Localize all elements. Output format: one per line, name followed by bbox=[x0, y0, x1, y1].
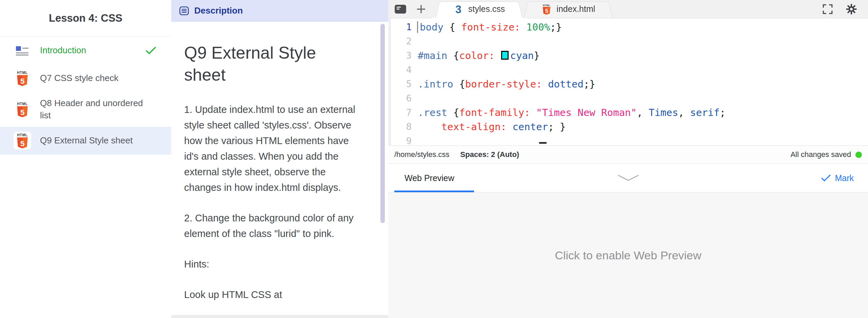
file-path: /home/styles.css bbox=[394, 150, 450, 159]
description-scrollbar[interactable] bbox=[380, 24, 385, 223]
description-header-label: Description bbox=[194, 5, 243, 16]
web-preview-bar: Web Preview Mark bbox=[388, 164, 868, 193]
svg-text:HTML: HTML bbox=[17, 133, 27, 137]
html5-badge-icon: HTML5 bbox=[14, 101, 31, 118]
lesson-sidebar: Lesson 4: CSS IntroductionHTML5Q7 CSS st… bbox=[0, 0, 171, 318]
tab-index-html[interactable]: HTML5index.html bbox=[529, 0, 608, 18]
svg-text:HTML: HTML bbox=[543, 3, 550, 6]
svg-text:3: 3 bbox=[455, 3, 461, 15]
sidebar-item-q7-css-style-check[interactable]: HTML5Q7 CSS style check bbox=[0, 64, 171, 92]
code-editor[interactable]: 1body { font-size: 100%;}23#main {color:… bbox=[390, 18, 868, 146]
lesson-item-list: IntroductionHTML5Q7 CSS style checkHTML5… bbox=[0, 37, 171, 155]
editor-hscrollbar-thumb[interactable] bbox=[539, 142, 547, 144]
line-number: 1 bbox=[391, 20, 418, 34]
code-line[interactable]: 7.rest {font-family: "Times New Roman", … bbox=[391, 105, 868, 120]
line-number: 2 bbox=[391, 34, 418, 48]
tab-label: index.html bbox=[556, 4, 595, 14]
svg-text:5: 5 bbox=[20, 77, 25, 85]
sidebar-item-label: Q8 Header and unordered list bbox=[40, 97, 156, 122]
tab-label: styles.css bbox=[468, 4, 505, 14]
line-number: 6 bbox=[391, 91, 418, 105]
editor-panel: 3styles.cssHTML5index.html bbox=[388, 0, 868, 318]
sidebar-item-q9-external-style-sheet[interactable]: HTML5Q9 External Style sheet bbox=[0, 127, 171, 155]
web-preview-label: Web Preview bbox=[405, 173, 454, 183]
svg-text:5: 5 bbox=[20, 139, 25, 147]
code-line[interactable]: 3#main {color: cyan} bbox=[391, 48, 868, 63]
sidebar-item-label: Q9 External Style sheet bbox=[40, 135, 135, 147]
text-cursor bbox=[417, 21, 418, 33]
code-line[interactable]: 9 bbox=[391, 134, 868, 146]
code-lines: 1body { font-size: 100%;}23#main {color:… bbox=[391, 20, 868, 146]
indentation-setting[interactable]: Spaces: 2 (Auto) bbox=[460, 150, 519, 159]
line-number: 9 bbox=[391, 134, 418, 146]
html5-badge-icon: HTML5 bbox=[14, 132, 31, 150]
lesson-title: Lesson 4: CSS bbox=[49, 12, 122, 24]
html5-badge-icon: HTML5 bbox=[14, 69, 31, 87]
html5-badge-icon: HTML5 bbox=[541, 3, 552, 15]
description-header: Description bbox=[171, 0, 388, 22]
tab-styles-css[interactable]: 3styles.css bbox=[440, 0, 518, 18]
line-number: 8 bbox=[391, 120, 418, 134]
sidebar-header: Lesson 4: CSS bbox=[0, 0, 171, 37]
code-text: text-align: center; } bbox=[418, 120, 566, 134]
code-text: .intro {border-style: dotted;} bbox=[418, 77, 595, 91]
article-icon bbox=[14, 42, 31, 59]
description-paragraph: 2. Change the background color of any el… bbox=[184, 210, 360, 241]
mark-button-label: Mark bbox=[835, 173, 854, 183]
fullscreen-icon[interactable] bbox=[823, 4, 833, 14]
code-line[interactable]: 5.intro {border-style: dotted;} bbox=[391, 77, 868, 91]
web-preview-placeholder: Click to enable Web Preview bbox=[555, 249, 701, 262]
sidebar-item-introduction[interactable]: Introduction bbox=[0, 37, 171, 64]
code-text: #main {color: cyan} bbox=[418, 48, 540, 63]
editor-tabbar: 3styles.cssHTML5index.html bbox=[388, 0, 868, 18]
new-file-icon[interactable] bbox=[416, 4, 426, 14]
files-panel-icon[interactable] bbox=[394, 4, 407, 14]
sidebar-item-label: Q7 CSS style check bbox=[40, 72, 121, 84]
task-instructions: 1. Update index.html to use an external … bbox=[184, 102, 360, 302]
description-paragraph: 1. Update index.html to use an external … bbox=[184, 102, 360, 195]
tab-web-preview[interactable]: Web Preview bbox=[388, 164, 471, 192]
task-title: Q9 External Style sheet bbox=[184, 42, 360, 86]
chevron-down-icon[interactable] bbox=[617, 175, 639, 181]
description-hscrollbar-track bbox=[171, 315, 388, 318]
line-number: 5 bbox=[391, 77, 418, 91]
editor-window-actions bbox=[823, 0, 868, 18]
check-icon bbox=[145, 46, 156, 55]
save-status: All changes saved bbox=[790, 150, 851, 159]
description-body: Q9 External Style sheet 1. Update index.… bbox=[171, 22, 388, 318]
line-number: 7 bbox=[391, 105, 418, 120]
lesson-ide-window: Lesson 4: CSS IntroductionHTML5Q7 CSS st… bbox=[0, 0, 868, 318]
sidebar-item-q8-header-and-unordered-list[interactable]: HTML5Q8 Header and unordered list bbox=[0, 92, 171, 127]
svg-text:HTML: HTML bbox=[17, 71, 27, 75]
code-text: .rest {font-family: "Times New Roman", T… bbox=[418, 105, 726, 120]
description-paragraph: Look up HTML CSS at bbox=[184, 287, 360, 302]
mark-button[interactable]: Mark bbox=[821, 173, 868, 183]
description-paragraph: Hints: bbox=[184, 256, 360, 272]
settings-gear-icon[interactable] bbox=[846, 3, 857, 15]
line-number: 4 bbox=[391, 63, 418, 77]
editor-statusbar: /home/styles.css Spaces: 2 (Auto) All ch… bbox=[388, 146, 868, 164]
svg-text:HTML: HTML bbox=[17, 102, 27, 106]
code-line[interactable]: 6 bbox=[391, 91, 868, 105]
code-line[interactable]: 1body { font-size: 100%;} bbox=[391, 20, 868, 34]
svg-text:5: 5 bbox=[545, 8, 548, 14]
file-tabs: 3styles.cssHTML5index.html bbox=[435, 0, 613, 18]
css3-badge-icon: 3 bbox=[453, 3, 463, 15]
code-line[interactable]: 4 bbox=[391, 63, 868, 77]
code-line[interactable]: 2 bbox=[391, 34, 868, 48]
description-panel: Description Q9 External Style sheet 1. U… bbox=[171, 0, 388, 318]
svg-text:5: 5 bbox=[20, 107, 25, 116]
code-text: body { font-size: 100%;} bbox=[418, 20, 562, 34]
color-swatch-icon[interactable] bbox=[501, 51, 509, 60]
editor-toolbar bbox=[388, 0, 435, 18]
web-preview-area[interactable]: Click to enable Web Preview bbox=[388, 193, 868, 318]
line-number: 3 bbox=[391, 48, 418, 63]
description-doc-icon bbox=[179, 6, 189, 15]
check-icon bbox=[821, 174, 831, 182]
code-line[interactable]: 8 text-align: center; } bbox=[391, 120, 868, 134]
saved-indicator-dot bbox=[855, 152, 862, 158]
sidebar-item-label: Introduction bbox=[40, 44, 89, 57]
